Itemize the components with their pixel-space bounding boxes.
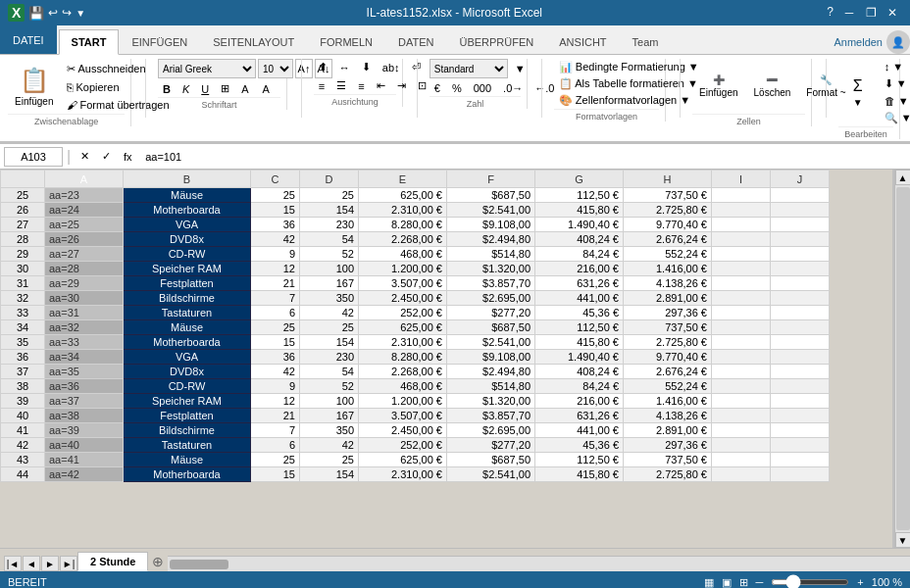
conditional-format-button[interactable]: 📊 Bedingte Formatierung ▼ [554,59,704,75]
cell-col-b[interactable]: Motherboarda [124,335,251,350]
tab-einfuegen[interactable]: EINFÜGEN [119,28,200,54]
cell-col-a[interactable]: aa=40 [45,438,124,453]
restore-button[interactable]: ❐ [861,3,881,23]
cell-col-c[interactable]: 15 [251,203,300,218]
cell-col-i[interactable] [712,453,771,467]
cell-col-e[interactable]: 468,00 € [359,379,447,394]
cell-col-f[interactable]: $3.857,70 [447,276,535,291]
cell-col-h[interactable]: 737,50 € [624,188,712,203]
normal-view-icon[interactable]: ▦ [704,576,714,589]
cell-col-f[interactable]: $1.320,00 [447,394,535,409]
bold-button[interactable]: B [158,81,176,97]
cell-col-d[interactable]: 100 [300,394,359,409]
cell-col-e[interactable]: 2.450,00 € [359,291,447,306]
delete-cells-button[interactable]: ➖ Löschen [747,59,798,114]
zoom-out-button[interactable]: ─ [756,576,764,588]
cell-col-d[interactable]: 230 [300,350,359,365]
cell-col-d[interactable]: 100 [300,262,359,276]
cell-col-j[interactable] [771,453,830,467]
vertical-scrollbar[interactable]: ▲ ▼ [894,170,910,548]
increase-decimal-button[interactable]: .0→ [498,80,528,96]
fill-color-button[interactable]: A [236,81,255,97]
cell-col-e[interactable]: 2.268,00 € [359,365,447,379]
cell-col-e[interactable]: 468,00 € [359,247,447,262]
cell-col-c[interactable]: 12 [251,394,300,409]
align-bottom-button[interactable]: ⬇ [357,59,376,75]
cell-col-d[interactable]: 167 [300,409,359,423]
cell-col-b[interactable]: Bildschirme [124,291,251,306]
cell-col-a[interactable]: aa=30 [45,291,124,306]
cell-col-f[interactable]: $2.541,00 [447,467,535,482]
cell-col-g[interactable]: 415,80 € [535,467,624,482]
table-format-button[interactable]: 📋 Als Tabelle formatieren ▼ [554,75,703,92]
cell-col-h[interactable]: 2.725,80 € [624,335,712,350]
cell-col-f[interactable]: $2.695,00 [447,291,535,306]
tab-ansicht[interactable]: ANSICHT [546,28,619,54]
cell-col-j[interactable] [771,247,830,262]
cell-col-f[interactable]: $514,80 [447,247,535,262]
text-direction-button[interactable]: ab↕ [378,60,405,75]
cell-col-j[interactable] [771,438,830,453]
anmelden-area[interactable]: Anmelden 👤 [834,30,910,54]
help-icon[interactable]: ? [823,3,837,23]
tab-start[interactable]: START [59,29,120,55]
cell-col-a[interactable]: aa=26 [45,232,124,247]
cell-col-i[interactable] [712,379,771,394]
cell-col-g[interactable]: 216,00 € [535,394,624,409]
cell-col-i[interactable] [712,203,771,218]
cell-col-a[interactable]: aa=24 [45,203,124,218]
cell-col-e[interactable]: 1.200,00 € [359,394,447,409]
cell-col-h[interactable]: 1.416,00 € [624,394,712,409]
cell-col-j[interactable] [771,467,830,482]
cell-col-j[interactable] [771,350,830,365]
cell-col-f[interactable]: $514,80 [447,379,535,394]
cell-col-j[interactable] [771,218,830,232]
cell-col-a[interactable]: aa=42 [45,467,124,482]
cell-col-c[interactable]: 25 [251,320,300,335]
cell-col-e[interactable]: 2.268,00 € [359,232,447,247]
cell-col-a[interactable]: aa=34 [45,350,124,365]
cell-col-g[interactable]: 408,24 € [535,365,624,379]
cell-col-h[interactable]: 552,24 € [624,247,712,262]
insert-function-button[interactable]: fx [118,147,137,167]
cell-col-b[interactable]: Tastaturen [124,306,251,320]
cell-col-j[interactable] [771,335,830,350]
cell-col-i[interactable] [712,335,771,350]
cell-col-h[interactable]: 4.138,26 € [624,276,712,291]
cell-col-d[interactable]: 52 [300,247,359,262]
cell-col-i[interactable] [712,394,771,409]
cell-col-h[interactable]: 552,24 € [624,379,712,394]
cell-col-b[interactable]: VGA [124,350,251,365]
cell-col-a[interactable]: aa=28 [45,262,124,276]
col-header-g[interactable]: G [535,171,624,188]
cell-col-b[interactable]: Festplatten [124,276,251,291]
cell-col-e[interactable]: 8.280,00 € [359,350,447,365]
cell-col-g[interactable]: 112,50 € [535,320,624,335]
cell-col-h[interactable]: 4.138,26 € [624,409,712,423]
cell-col-i[interactable] [712,409,771,423]
cell-col-f[interactable]: $687,50 [447,320,535,335]
sheet-prev-button[interactable]: ◄ [23,556,40,571]
cell-col-c[interactable]: 21 [251,276,300,291]
cell-col-c[interactable]: 21 [251,409,300,423]
cell-col-j[interactable] [771,306,830,320]
table-wrapper[interactable]: A B C D E F G H I J 25aa=23Mäuse2525625,… [0,170,894,548]
cell-col-a[interactable]: aa=35 [45,365,124,379]
cell-col-d[interactable]: 154 [300,467,359,482]
cell-col-d[interactable]: 42 [300,306,359,320]
cell-col-h[interactable]: 297,36 € [624,306,712,320]
cell-col-b[interactable]: Motherboarda [124,467,251,482]
cell-col-a[interactable]: aa=27 [45,247,124,262]
cell-col-a[interactable]: aa=38 [45,409,124,423]
cell-col-f[interactable]: $2.541,00 [447,335,535,350]
cell-col-i[interactable] [712,232,771,247]
cell-col-g[interactable]: 216,00 € [535,262,624,276]
cell-col-c[interactable]: 42 [251,232,300,247]
cell-col-b[interactable]: Speicher RAM [124,262,251,276]
sheet-next-button[interactable]: ► [41,556,59,571]
cell-col-i[interactable] [712,262,771,276]
cell-col-c[interactable]: 6 [251,438,300,453]
cell-col-b[interactable]: Festplatten [124,409,251,423]
underline-button[interactable]: U [196,81,214,97]
cell-col-d[interactable]: 350 [300,291,359,306]
